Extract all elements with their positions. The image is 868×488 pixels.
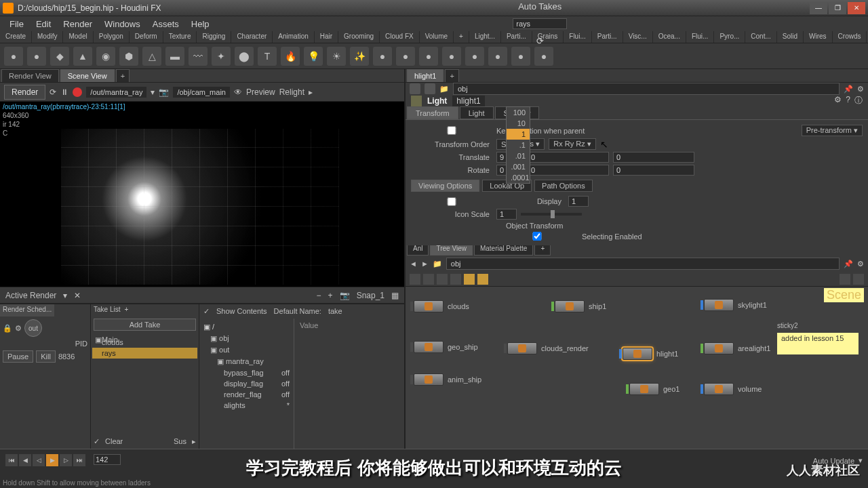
camera-path[interactable]: /obj/cam_main [173, 87, 230, 98]
camera-icon[interactable]: 📷 [340, 291, 350, 300]
shelf-tool-icon[interactable]: ☀ [327, 47, 346, 66]
tab-add[interactable]: + [124, 306, 128, 315]
snap-icon[interactable] [853, 274, 864, 285]
tree-bypass-flag[interactable]: bypass_flagoff [202, 367, 291, 378]
shelf-tool-icon[interactable]: 〰 [189, 47, 208, 66]
node-hlight1[interactable] [623, 348, 652, 360]
kill-button[interactable]: Kill [36, 350, 56, 363]
add-take-button[interactable]: Add Take [94, 319, 196, 331]
rotate-z-input[interactable] [613, 165, 694, 176]
node-anim-ship[interactable] [414, 373, 443, 386]
tab-hlight1[interactable]: hlight1 [407, 69, 443, 82]
pause-button[interactable]: Pause [3, 350, 33, 363]
shelf-tool-icon[interactable]: ✦ [212, 47, 231, 66]
shelf-tab[interactable]: Crowds [833, 31, 867, 43]
shelf-tool-icon[interactable]: ⬤ [235, 47, 254, 66]
tab-render-view[interactable]: Render View [1, 69, 59, 82]
show-contents-label[interactable]: Show Contents [216, 307, 267, 316]
shelf-tab[interactable]: Solid [777, 31, 804, 43]
tree-out[interactable]: ▣ out [202, 344, 291, 356]
ladder-value[interactable]: .01 [507, 150, 530, 161]
pause-icon[interactable]: ⏸ [60, 87, 68, 97]
snapshot-icon[interactable]: ▦ [391, 291, 399, 300]
shelf-tab[interactable]: Light... [469, 31, 501, 43]
check-icon[interactable]: ✓ [94, 437, 100, 446]
shelf-tool-icon[interactable]: ● [4, 47, 23, 66]
sticky-note[interactable]: sticky2 added in lesson 15 [777, 333, 859, 354]
tab-transform[interactable]: Transform [407, 106, 458, 119]
shelf-tab[interactable]: Grains [532, 31, 564, 43]
keep-position-checkbox[interactable] [411, 126, 492, 135]
icon-scale-slider[interactable] [521, 213, 582, 216]
back-icon[interactable] [410, 83, 420, 94]
shelf-tool-icon[interactable]: T [258, 47, 277, 66]
translate-z-input[interactable] [613, 152, 694, 163]
preview-icon[interactable]: 👁 [234, 87, 242, 97]
display-checkbox[interactable] [411, 197, 492, 206]
shelf-tool-icon[interactable]: ▲ [73, 47, 92, 66]
ladder-value[interactable]: 1 [507, 129, 530, 140]
icon-scale-input[interactable] [496, 209, 517, 220]
selecting-enabled-checkbox[interactable] [496, 232, 578, 241]
takes-input[interactable] [513, 18, 567, 29]
rotate-order-select[interactable]: Rx Ry Rz ▾ [549, 138, 596, 150]
pretransform-select[interactable]: Pre-transform ▾ [802, 125, 863, 136]
pin-icon[interactable]: 📌 [844, 85, 853, 94]
node-ship1[interactable] [555, 300, 585, 312]
layout-icon[interactable] [840, 274, 850, 285]
snap-label[interactable]: Snap_1 [357, 291, 384, 300]
node-volume[interactable] [704, 383, 734, 395]
tree-alights[interactable]: alights* [202, 400, 291, 411]
tab-light[interactable]: Light [460, 106, 494, 119]
translate-y-input[interactable] [528, 152, 609, 163]
tab-add[interactable]: + [445, 69, 458, 82]
shelf-tab[interactable]: Parti... [501, 31, 532, 43]
value-ladder[interactable]: 100101.1.01.001.0001 [506, 106, 530, 184]
tab-scheduler[interactable]: Render Sched... [0, 304, 54, 317]
tree-mantra[interactable]: ▣ mantra_ray [202, 356, 291, 367]
menu-render[interactable]: Render [58, 18, 98, 30]
shelf-tool-icon[interactable]: ● [488, 47, 507, 66]
grid-icon[interactable] [423, 274, 434, 285]
shelf-tool-icon[interactable]: ◆ [50, 47, 69, 66]
shelf-tool-icon[interactable]: ✨ [350, 47, 369, 66]
shelf-tool-icon[interactable]: ▬ [165, 47, 184, 66]
tab-scene-view[interactable]: Scene View [60, 69, 115, 82]
preview-label[interactable]: Preview [246, 87, 275, 97]
shelf-tab[interactable]: Hair [315, 31, 338, 43]
folder-icon[interactable]: 📁 [439, 85, 449, 94]
shelf-tool-icon[interactable]: ● [27, 47, 46, 66]
shelf-tool-icon[interactable]: ● [465, 47, 484, 66]
netbox-icon[interactable] [477, 274, 488, 285]
shelf-tab[interactable]: Visc... [623, 31, 653, 43]
pin-icon[interactable]: 📌 [844, 260, 853, 268]
tree-icon[interactable] [437, 274, 448, 285]
tab-viewing-options[interactable]: Viewing Options [411, 180, 479, 192]
take-rays[interactable]: rays [92, 348, 197, 359]
shelf-tab[interactable]: Character [231, 31, 273, 43]
shelf-tab[interactable]: Cloud FX [380, 31, 420, 43]
info-icon[interactable]: ⓘ [854, 95, 863, 106]
gear-icon[interactable]: ⚙ [857, 85, 864, 94]
take-clouds[interactable]: clouds [92, 337, 197, 348]
node-geo-ship[interactable] [414, 341, 443, 353]
menu-file[interactable]: File [4, 18, 29, 30]
shelf-tool-icon[interactable]: △ [142, 47, 161, 66]
shelf-tab[interactable]: Cont... [745, 31, 776, 43]
shelf-tab[interactable]: Animation [273, 31, 314, 43]
node-skylight1[interactable] [704, 299, 734, 311]
menu-edit[interactable]: Edit [31, 18, 56, 30]
ladder-value[interactable]: 10 [507, 118, 530, 129]
ladder-value[interactable]: 100 [507, 107, 530, 118]
frame-input[interactable] [94, 454, 121, 465]
shelf-tab[interactable]: Ocea... [653, 31, 686, 43]
shelf-tab[interactable]: + [454, 31, 469, 43]
folder-icon[interactable]: 📁 [433, 260, 442, 268]
play-button[interactable]: ▶ [46, 454, 58, 466]
shelf-tab[interactable]: Create [0, 31, 32, 43]
record-icon[interactable] [73, 87, 82, 97]
tab-take-list[interactable]: Take List [94, 306, 120, 315]
shelf-tool-icon[interactable]: ● [442, 47, 461, 66]
network-path-input[interactable] [446, 258, 840, 270]
forward-icon[interactable]: ► [421, 260, 429, 268]
